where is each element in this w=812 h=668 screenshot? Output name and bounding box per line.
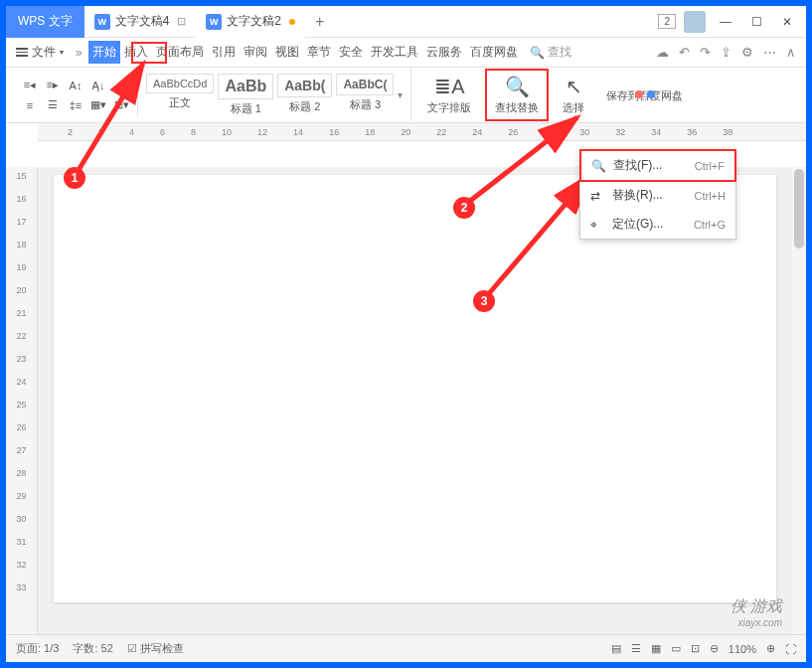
scroll-thumb[interactable] <box>794 169 804 249</box>
align-left-icon[interactable]: ≡ <box>20 95 40 115</box>
menu-references[interactable]: 引用 <box>208 41 240 64</box>
styles-more-icon[interactable]: ▾ <box>398 89 403 100</box>
search-icon: 🔍 <box>530 46 545 60</box>
ribbon: ≡◂ ≡▸ A↕ Ą↓ ¶ ≡ ☰ ‡≡ ▦▾ ⊞▾ AaBbCcDd 正文 A… <box>6 68 806 123</box>
settings-icon[interactable]: ⚙ <box>741 45 753 60</box>
menu-dev-tools[interactable]: 开发工具 <box>367 41 422 64</box>
watermark: 侠 游戏 xiayx.com <box>731 596 782 628</box>
more-icon[interactable]: ⋯ <box>763 45 776 60</box>
save-cloud-button[interactable]: 保存到百度网盘 <box>598 69 691 121</box>
tab-label: 文字文稿2 <box>227 13 281 30</box>
statusbar: 页面: 1/3 字数: 52 ☑ 拼写检查 ▤ ☰ ▦ ▭ ⊡ ⊖ 110% ⊕… <box>6 634 806 662</box>
vertical-ruler[interactable]: 15161718192021222324252627282930313233 <box>6 167 38 634</box>
menu-security[interactable]: 安全 <box>335 41 367 64</box>
zoom-fit-icon[interactable]: ⊡ <box>691 642 700 655</box>
view-web-icon[interactable]: ▦ <box>651 642 661 655</box>
find-replace-button[interactable]: 🔍 查找替换 <box>485 69 549 121</box>
notification-count[interactable]: 2 <box>658 14 676 29</box>
vertical-scrollbar[interactable] <box>792 167 806 634</box>
zoom-in-button[interactable]: ⊕ <box>766 642 775 655</box>
text-layout-icon: ≣A <box>434 75 464 98</box>
cloud-sync-icon[interactable]: ☁ <box>656 45 669 60</box>
hamburger-icon <box>16 48 28 57</box>
replace-icon: ⇄ <box>590 189 606 203</box>
minimize-button[interactable]: — <box>714 11 737 33</box>
borders-icon[interactable]: ⊞▾ <box>111 95 131 115</box>
menu-home[interactable]: 开始 <box>88 41 120 64</box>
close-button[interactable]: ✕ <box>776 11 798 33</box>
nav-arrows-icon[interactable]: » <box>76 46 82 60</box>
paragraph-group: ≡◂ ≡▸ A↕ Ą↓ ¶ ≡ ☰ ‡≡ ▦▾ ⊞▾ <box>14 76 137 115</box>
collapse-icon[interactable]: ∧ <box>786 45 796 60</box>
tab-doc2[interactable]: W 文字文稿2 <box>196 6 305 38</box>
align-dist-icon[interactable]: ☰ <box>43 95 63 115</box>
avatar[interactable] <box>684 11 706 33</box>
doc-icon: W <box>94 14 110 30</box>
new-tab-button[interactable]: + <box>305 13 334 31</box>
style-heading2[interactable]: AaBb( 标题 2 <box>277 74 332 116</box>
line-spacing-icon[interactable]: ‡≡ <box>66 95 85 115</box>
modified-dot-icon <box>289 19 295 25</box>
menubar: 文件 ▾ » 开始 插入 页面布局 引用 审阅 视图 章节 安全 开发工具 云服… <box>6 38 806 68</box>
word-count[interactable]: 字数: 52 <box>73 641 112 656</box>
menu-view[interactable]: 视图 <box>271 41 303 64</box>
search-icon: 🔍 <box>591 159 607 173</box>
style-heading3[interactable]: AaBbC( 标题 3 <box>336 74 394 116</box>
char-scale-icon[interactable]: A↕ <box>66 76 85 95</box>
horizontal-ruler[interactable]: 22468101214161820222426283032343638 <box>38 123 806 141</box>
titlebar: WPS 文字 W 文字文稿4 ⊡ W 文字文稿2 + 2 — ☐ ✕ <box>6 6 806 38</box>
styles-group: AaBbCcDd 正文 AaBb 标题 1 AaBb( 标题 2 AaBbC( … <box>137 74 403 116</box>
menu-cloud[interactable]: 云服务 <box>422 41 466 64</box>
undo-icon[interactable]: ↶ <box>679 45 690 60</box>
view-read-icon[interactable]: ▭ <box>671 642 681 655</box>
cursor-icon: ↖ <box>566 75 582 98</box>
fullscreen-icon[interactable]: ⛶ <box>785 643 796 655</box>
page-indicator[interactable]: 页面: 1/3 <box>16 641 59 656</box>
tab-label: 文字文稿4 <box>115 13 170 30</box>
indent-right-icon[interactable]: ≡▸ <box>43 76 63 95</box>
tab-close-icon[interactable]: ⊡ <box>177 15 186 28</box>
menu-sections[interactable]: 章节 <box>303 41 335 64</box>
menu-baidu-disk[interactable]: 百度网盘 <box>466 41 522 64</box>
magnifier-icon: 🔍 <box>505 75 530 98</box>
menu-insert[interactable]: 插入 <box>120 41 152 64</box>
zoom-out-button[interactable]: ⊖ <box>710 642 719 655</box>
file-label: 文件 <box>32 44 56 61</box>
menu-page-layout[interactable]: 页面布局 <box>152 41 208 64</box>
tab-doc4[interactable]: W 文字文稿4 ⊡ <box>84 6 197 38</box>
find-replace-dropdown: 🔍 查找(F)... Ctrl+F ⇄ 替换(R)... Ctrl+H ⌖ 定位… <box>579 149 736 240</box>
view-print-icon[interactable]: ▤ <box>611 642 621 655</box>
file-menu[interactable]: 文件 ▾ <box>16 44 64 61</box>
doc-icon: W <box>206 14 222 30</box>
dropdown-replace[interactable]: ⇄ 替换(R)... Ctrl+H <box>580 181 735 210</box>
dropdown-find[interactable]: 🔍 查找(F)... Ctrl+F <box>579 149 736 182</box>
indent-left-icon[interactable]: ≡◂ <box>20 76 40 95</box>
goto-icon: ⌖ <box>590 218 606 232</box>
quick-search[interactable]: 🔍 查找 <box>530 44 571 61</box>
dropdown-goto[interactable]: ⌖ 定位(G)... Ctrl+G <box>580 210 735 239</box>
app-name: WPS 文字 <box>6 6 84 38</box>
view-outline-icon[interactable]: ☰ <box>631 642 641 655</box>
app-window: WPS 文字 W 文字文稿4 ⊡ W 文字文稿2 + 2 — ☐ ✕ 文件 ▾ … <box>6 6 806 662</box>
style-heading1[interactable]: AaBb 标题 1 <box>218 74 273 116</box>
text-layout-button[interactable]: ≣A 文字排版 <box>419 69 479 121</box>
show-marks-icon[interactable]: ¶ <box>111 76 131 95</box>
maximize-button[interactable]: ☐ <box>745 11 768 33</box>
redo-icon[interactable]: ↷ <box>700 45 711 60</box>
menu-review[interactable]: 审阅 <box>240 41 271 64</box>
shading-icon[interactable]: ▦▾ <box>88 95 108 115</box>
spell-check-toggle[interactable]: ☑ 拼写检查 <box>127 641 184 656</box>
share-icon[interactable]: ⇪ <box>721 45 731 60</box>
style-normal[interactable]: AaBbCcDd 正文 <box>146 74 214 116</box>
zoom-level[interactable]: 110% <box>729 643 756 655</box>
sort-icon[interactable]: Ą↓ <box>88 76 108 95</box>
select-button[interactable]: ↖ 选择 <box>555 69 592 121</box>
